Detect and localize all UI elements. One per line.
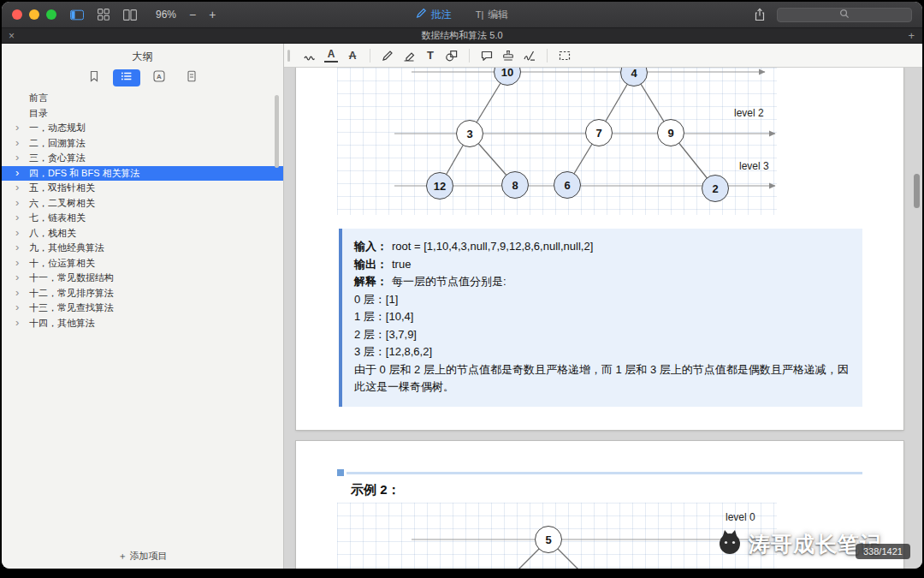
chevron-right-icon[interactable]: › <box>15 181 19 194</box>
pages-tab[interactable] <box>178 69 205 86</box>
outline-item-dfs-bfs[interactable]: ›四，DFS 和 BFS 相关算法 <box>2 166 283 182</box>
signature-icon[interactable] <box>523 49 536 63</box>
two-page-view-icon[interactable] <box>123 8 137 21</box>
toolbar-divider <box>469 49 470 63</box>
squiggly-underline-icon[interactable] <box>303 49 317 63</box>
new-tab-icon[interactable]: + <box>908 30 915 41</box>
chevron-right-icon[interactable]: › <box>15 121 19 134</box>
maximize-window-button[interactable] <box>46 9 56 20</box>
shapes-icon[interactable] <box>445 49 459 63</box>
chevron-right-icon[interactable]: › <box>15 151 19 164</box>
outline-item-dp[interactable]: ›一，动态规划 <box>2 121 283 136</box>
outline-item-backtrack[interactable]: ›二，回溯算法 <box>2 136 283 152</box>
outline-item-preface[interactable]: 前言 <box>2 91 283 106</box>
document-scrollbar[interactable] <box>914 174 920 208</box>
chevron-right-icon[interactable]: › <box>15 166 19 180</box>
annotate-mode-button[interactable]: 批注 <box>416 8 452 22</box>
conclusion-line: 由于 0 层和 2 层上的节点值都是奇数且严格递增，而 1 层和 3 层上的节点… <box>354 361 849 396</box>
tab-title[interactable]: 数据结构和算法 5.0 <box>2 29 922 42</box>
outline-item-classic[interactable]: ›九，其他经典算法 <box>2 241 283 256</box>
outline-item-stack[interactable]: ›八，栈相关 <box>2 226 283 241</box>
chevron-right-icon[interactable]: › <box>15 226 19 240</box>
zoom-in-button[interactable]: + <box>209 9 216 21</box>
outline-item-other[interactable]: ›十四，其他算法 <box>2 316 283 331</box>
layer-1-line: 1 层：[10,4] <box>354 308 849 326</box>
outline-item-searching[interactable]: ›十三，常见查找算法 <box>2 301 283 316</box>
toolbar-divider <box>370 49 370 63</box>
toolbar-divider <box>547 49 548 63</box>
outline-item-linked-list[interactable]: ›七，链表相关 <box>2 211 283 226</box>
outline-list-icon <box>121 70 133 86</box>
comment-icon[interactable] <box>480 49 494 63</box>
chevron-right-icon[interactable]: › <box>15 316 19 330</box>
add-item-button[interactable]: ＋ 添加项目 <box>2 550 283 563</box>
stamp-icon[interactable] <box>501 49 515 63</box>
level-0-label: level 0 <box>726 511 755 523</box>
outline-item-two-pointer[interactable]: ›五，双指针相关 <box>2 181 283 196</box>
chevron-right-icon[interactable]: › <box>15 271 19 284</box>
document-area: A A T <box>284 44 922 569</box>
outline-item-greedy[interactable]: ›三，贪心算法 <box>2 151 283 166</box>
watermark-logo-icon <box>716 528 743 559</box>
search-icon <box>839 7 850 22</box>
thumbnails-view-icon[interactable] <box>97 8 110 21</box>
pen-icon[interactable] <box>381 49 394 63</box>
tree-node-3: 3 <box>456 120 483 147</box>
chevron-right-icon[interactable]: › <box>15 301 19 314</box>
outline-list: 前言 目录 ›一，动态规划 ›二，回溯算法 ›三，贪心算法 ›四，DFS 和 B… <box>2 91 283 331</box>
annotations-tab[interactable]: A <box>145 69 173 86</box>
highlighter-icon[interactable] <box>402 49 416 63</box>
annotation-toolbar: A A T <box>284 44 922 68</box>
chevron-right-icon[interactable]: › <box>15 256 19 270</box>
tree-node-6: 6 <box>554 171 581 199</box>
text-edit-icon: T| <box>476 9 484 20</box>
tab-close-icon[interactable]: × <box>9 31 15 41</box>
strikethrough-text-icon[interactable]: A <box>346 49 359 63</box>
example-input-line: 输入：root = [1,10,4,3,null,7,9,12,8,6,null… <box>354 238 849 256</box>
sidebar-toggle-icon[interactable] <box>70 8 84 21</box>
tree-node-12: 12 <box>426 172 453 200</box>
tree-node-2: 2 <box>702 175 729 202</box>
search-input[interactable] <box>777 8 912 22</box>
outline-sidebar: 大纲 A 前言 目录 ›一，动态规划 ›二，回溯算法 <box>2 44 284 569</box>
outline-tab[interactable] <box>113 69 140 86</box>
bookmarks-tab[interactable] <box>80 69 108 86</box>
chevron-right-icon[interactable]: › <box>15 286 19 300</box>
zoom-level[interactable]: 96% <box>156 9 176 21</box>
outline-item-data-structures[interactable]: ›十一，常见数据结构 <box>2 271 283 286</box>
edit-mode-button[interactable]: T| 编辑 <box>476 8 509 22</box>
annotate-label: 批注 <box>431 8 452 22</box>
chevron-right-icon[interactable]: › <box>15 196 19 210</box>
traffic-lights <box>12 9 56 20</box>
text-tool-icon[interactable]: T <box>424 49 437 63</box>
tree-figure-1: 10 4 3 7 9 12 8 6 2 level 2 level 3 <box>296 68 903 217</box>
chevron-right-icon[interactable]: › <box>15 136 19 150</box>
outline-item-binary-tree[interactable]: ›六，二叉树相关 <box>2 196 283 212</box>
bookmark-icon <box>88 70 100 86</box>
section-divider <box>337 469 862 477</box>
outline-item-bitwise[interactable]: ›十，位运算相关 <box>2 256 283 271</box>
plus-icon: ＋ <box>117 551 127 561</box>
zoom-out-button[interactable]: − <box>189 9 196 21</box>
section-divider-line <box>346 472 862 474</box>
sidebar-scrollbar[interactable] <box>275 95 279 168</box>
share-icon[interactable] <box>753 8 767 21</box>
chevron-right-icon[interactable]: › <box>15 211 19 224</box>
chevron-right-icon[interactable]: › <box>15 241 19 254</box>
close-window-button[interactable] <box>12 9 22 20</box>
annotation-a-icon: A <box>153 70 165 86</box>
layer-2-line: 2 层：[3,7,9] <box>354 326 849 344</box>
sidebar-view-switcher: A <box>2 69 283 86</box>
outline-item-toc[interactable]: 目录 <box>2 106 283 122</box>
app-window: 96% − + 批注 T| 编辑 <box>2 2 922 569</box>
tree-node-7: 7 <box>585 119 613 146</box>
select-rectangle-icon[interactable] <box>558 49 572 63</box>
toolbar-drag-handle[interactable] <box>287 50 290 62</box>
example-output-line: 输出：true <box>354 256 849 274</box>
underline-text-icon[interactable]: A <box>324 49 338 63</box>
outline-item-sorting[interactable]: ›十二，常见排序算法 <box>2 286 283 301</box>
annotate-pen-icon <box>416 8 427 21</box>
document-scroll-area[interactable]: 10 4 3 7 9 12 8 6 2 level 2 level 3 输入：r… <box>284 68 922 569</box>
minimize-window-button[interactable] <box>29 9 39 20</box>
pdf-page-1: 10 4 3 7 9 12 8 6 2 level 2 level 3 输入：r… <box>296 68 903 430</box>
